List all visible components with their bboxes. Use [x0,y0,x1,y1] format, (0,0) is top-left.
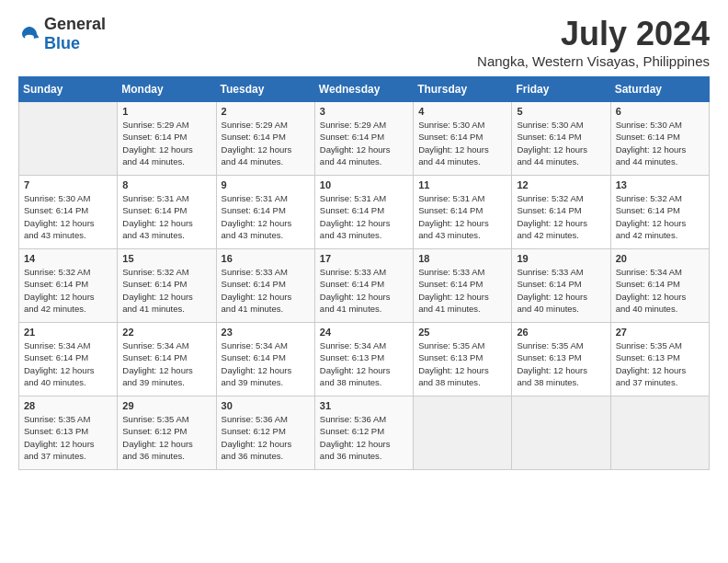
calendar-cell: 25Sunrise: 5:35 AMSunset: 6:13 PMDayligh… [414,323,512,396]
day-number: 30 [222,400,310,411]
day-number: 19 [517,253,605,264]
day-detail: Sunrise: 5:36 AMSunset: 6:12 PMDaylight:… [320,413,408,462]
calendar-cell: 27Sunrise: 5:35 AMSunset: 6:13 PMDayligh… [610,323,709,396]
calendar-cell: 24Sunrise: 5:34 AMSunset: 6:13 PMDayligh… [314,323,413,396]
calendar-cell: 26Sunrise: 5:35 AMSunset: 6:13 PMDayligh… [512,323,610,396]
day-number: 23 [222,327,310,338]
day-number: 26 [517,327,605,338]
calendar-cell: 22Sunrise: 5:34 AMSunset: 6:14 PMDayligh… [118,323,216,396]
logo-general: General [44,15,106,33]
calendar-cell: 31Sunrise: 5:36 AMSunset: 6:12 PMDayligh… [314,396,413,470]
day-detail: Sunrise: 5:34 AMSunset: 6:13 PMDaylight:… [320,339,408,388]
col-header-tuesday: Tuesday [216,77,314,102]
calendar-cell: 29Sunrise: 5:35 AMSunset: 6:12 PMDayligh… [118,396,216,470]
week-row-1: 1Sunrise: 5:29 AMSunset: 6:14 PMDaylight… [19,102,710,176]
week-row-4: 21Sunrise: 5:34 AMSunset: 6:14 PMDayligh… [19,323,710,396]
calendar-cell: 1Sunrise: 5:29 AMSunset: 6:14 PMDaylight… [118,102,216,176]
day-number: 21 [24,327,112,338]
day-number: 5 [517,106,605,117]
day-detail: Sunrise: 5:31 AMSunset: 6:14 PMDaylight:… [320,192,408,241]
calendar-cell: 15Sunrise: 5:32 AMSunset: 6:14 PMDayligh… [118,249,216,323]
logo-icon [18,23,40,45]
day-number: 31 [320,400,408,411]
calendar-header-row: SundayMondayTuesdayWednesdayThursdayFrid… [19,77,710,102]
day-number: 29 [122,400,210,411]
calendar-table: SundayMondayTuesdayWednesdayThursdayFrid… [18,76,710,470]
col-header-sunday: Sunday [19,77,118,102]
calendar-cell [610,396,709,470]
day-detail: Sunrise: 5:34 AMSunset: 6:14 PMDaylight:… [122,339,210,388]
calendar-cell: 20Sunrise: 5:34 AMSunset: 6:14 PMDayligh… [610,249,709,323]
col-header-friday: Friday [512,77,610,102]
day-detail: Sunrise: 5:33 AMSunset: 6:14 PMDaylight:… [222,266,310,315]
day-detail: Sunrise: 5:34 AMSunset: 6:14 PMDaylight:… [222,339,310,388]
calendar-cell: 18Sunrise: 5:33 AMSunset: 6:14 PMDayligh… [414,249,512,323]
day-detail: Sunrise: 5:32 AMSunset: 6:14 PMDaylight:… [517,192,605,241]
calendar-cell: 30Sunrise: 5:36 AMSunset: 6:12 PMDayligh… [216,396,314,470]
day-number: 16 [222,253,310,264]
day-detail: Sunrise: 5:30 AMSunset: 6:14 PMDaylight:… [24,192,112,241]
day-number: 24 [320,327,408,338]
calendar-cell: 4Sunrise: 5:30 AMSunset: 6:14 PMDaylight… [414,102,512,176]
day-detail: Sunrise: 5:36 AMSunset: 6:12 PMDaylight:… [222,413,310,462]
calendar-cell: 2Sunrise: 5:29 AMSunset: 6:14 PMDaylight… [216,102,314,176]
logo: General Blue [18,15,106,53]
calendar-cell: 10Sunrise: 5:31 AMSunset: 6:14 PMDayligh… [314,176,413,249]
day-detail: Sunrise: 5:31 AMSunset: 6:14 PMDaylight:… [122,192,210,241]
week-row-2: 7Sunrise: 5:30 AMSunset: 6:14 PMDaylight… [19,176,710,249]
logo-blue: Blue [44,34,80,52]
day-number: 27 [616,327,704,338]
calendar-cell: 19Sunrise: 5:33 AMSunset: 6:14 PMDayligh… [512,249,610,323]
day-detail: Sunrise: 5:35 AMSunset: 6:13 PMDaylight:… [24,413,112,462]
calendar-cell [512,396,610,470]
day-number: 11 [418,179,506,190]
calendar-cell: 5Sunrise: 5:30 AMSunset: 6:14 PMDaylight… [512,102,610,176]
day-number: 9 [222,179,310,190]
location-title: Nangka, Western Visayas, Philippines [477,53,710,69]
day-detail: Sunrise: 5:35 AMSunset: 6:13 PMDaylight:… [616,339,704,388]
col-header-wednesday: Wednesday [314,77,413,102]
calendar-cell: 14Sunrise: 5:32 AMSunset: 6:14 PMDayligh… [19,249,118,323]
title-area: July 2024 Nangka, Western Visayas, Phili… [477,15,710,69]
day-detail: Sunrise: 5:29 AMSunset: 6:14 PMDaylight:… [122,119,210,167]
calendar-cell: 28Sunrise: 5:35 AMSunset: 6:13 PMDayligh… [19,396,118,470]
day-detail: Sunrise: 5:30 AMSunset: 6:14 PMDaylight:… [418,119,506,167]
day-number: 25 [418,327,506,338]
calendar-cell [19,102,118,176]
day-detail: Sunrise: 5:30 AMSunset: 6:14 PMDaylight:… [517,119,605,167]
day-number: 2 [222,106,310,117]
day-number: 7 [24,179,112,190]
calendar-cell: 8Sunrise: 5:31 AMSunset: 6:14 PMDaylight… [118,176,216,249]
day-detail: Sunrise: 5:32 AMSunset: 6:14 PMDaylight:… [24,266,112,315]
calendar-cell: 17Sunrise: 5:33 AMSunset: 6:14 PMDayligh… [314,249,413,323]
calendar-cell: 12Sunrise: 5:32 AMSunset: 6:14 PMDayligh… [512,176,610,249]
day-number: 22 [122,327,210,338]
calendar-cell: 7Sunrise: 5:30 AMSunset: 6:14 PMDaylight… [19,176,118,249]
calendar-cell: 13Sunrise: 5:32 AMSunset: 6:14 PMDayligh… [610,176,709,249]
day-detail: Sunrise: 5:30 AMSunset: 6:14 PMDaylight:… [616,119,704,167]
day-number: 20 [616,253,704,264]
day-number: 15 [122,253,210,264]
day-detail: Sunrise: 5:31 AMSunset: 6:14 PMDaylight:… [418,192,506,241]
day-number: 17 [320,253,408,264]
day-number: 28 [24,400,112,411]
day-detail: Sunrise: 5:33 AMSunset: 6:14 PMDaylight:… [517,266,605,315]
day-detail: Sunrise: 5:29 AMSunset: 6:14 PMDaylight:… [320,119,408,167]
day-detail: Sunrise: 5:33 AMSunset: 6:14 PMDaylight:… [320,266,408,315]
header: General Blue July 2024 Nangka, Western V… [18,15,710,69]
day-number: 8 [122,179,210,190]
day-detail: Sunrise: 5:35 AMSunset: 6:13 PMDaylight:… [517,339,605,388]
day-detail: Sunrise: 5:29 AMSunset: 6:14 PMDaylight:… [222,119,310,167]
day-number: 4 [418,106,506,117]
calendar-cell: 6Sunrise: 5:30 AMSunset: 6:14 PMDaylight… [610,102,709,176]
month-year-title: July 2024 [477,15,710,53]
day-detail: Sunrise: 5:35 AMSunset: 6:12 PMDaylight:… [122,413,210,462]
day-number: 18 [418,253,506,264]
logo-text: General Blue [44,15,106,53]
day-number: 10 [320,179,408,190]
col-header-monday: Monday [118,77,216,102]
calendar-cell [414,396,512,470]
week-row-3: 14Sunrise: 5:32 AMSunset: 6:14 PMDayligh… [19,249,710,323]
col-header-saturday: Saturday [610,77,709,102]
calendar-cell: 16Sunrise: 5:33 AMSunset: 6:14 PMDayligh… [216,249,314,323]
